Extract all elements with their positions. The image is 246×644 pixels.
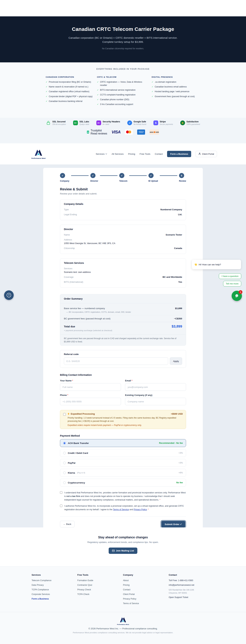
payment-option-crypto[interactable]: Cryptocurrency No fee bbox=[60, 479, 186, 486]
footer-link[interactable]: TCPA Compliance bbox=[32, 588, 77, 591]
badge-trustpilot[interactable]: ★ TrustpilotRead reviews bbox=[87, 129, 107, 135]
footer-link[interactable]: Formation Guide bbox=[77, 579, 123, 582]
feature-item: ✓CCTS complaint-handling registration bbox=[97, 93, 152, 96]
feature-item: ✓Government fees (passed through at cost… bbox=[152, 95, 200, 98]
nav-link-services[interactable]: Services bbox=[96, 153, 107, 155]
feature-item: ✓CRTC registration — Voice, Data & Wirel… bbox=[97, 80, 152, 87]
expedited-checkbox[interactable] bbox=[63, 413, 66, 416]
check-icon: ✓ bbox=[46, 90, 48, 93]
payment-fee: +3% bbox=[179, 462, 183, 464]
required-asterisk: * bbox=[160, 499, 160, 501]
feature-item: ✓Canadian business email address bbox=[152, 85, 200, 88]
footer-link[interactable]: Contact bbox=[123, 588, 169, 591]
feature-list: ✓CRTC registration — Voice, Data & Wirel… bbox=[97, 80, 152, 106]
total-due-row: Total due$3,899 bbox=[64, 322, 182, 329]
gov-fees-row: BC government fees (passed through at co… bbox=[64, 315, 182, 322]
help-floating-button[interactable]: ? bbox=[4, 290, 14, 300]
back-button[interactable]: ← Back bbox=[60, 521, 74, 528]
terms-of-service-link[interactable]: Terms of Service bbox=[113, 508, 129, 511]
name-input[interactable] bbox=[60, 383, 121, 391]
nav-link-all-services[interactable]: All Services bbox=[111, 153, 124, 155]
step-id-upload[interactable]: ✓ID Upload bbox=[149, 173, 158, 182]
nav-link-free-tools[interactable]: Free Tools bbox=[140, 153, 150, 155]
feature-column-title: CANADIAN CORPORATION bbox=[46, 76, 97, 78]
join-mailing-list-button[interactable]: Join Mailing List bbox=[109, 548, 138, 554]
existing-company-input[interactable] bbox=[125, 398, 186, 405]
payment-option-klarna[interactable]: Klarna (Pay in 4) +6% bbox=[60, 469, 186, 477]
payment-option-ach[interactable]: ACH Bank Transfer Recommended - No fee bbox=[60, 439, 186, 447]
actions-divider bbox=[60, 516, 186, 517]
footer-link[interactable]: Data Privacy bbox=[32, 584, 77, 586]
payment-fee: +3% bbox=[179, 452, 183, 454]
step-connector bbox=[71, 175, 89, 176]
chat-floating-button[interactable]: 1 bbox=[232, 291, 242, 301]
footer-link[interactable]: Contractor Quiz bbox=[77, 584, 123, 586]
footer-link-form-a-business[interactable]: Form a Business bbox=[32, 598, 77, 600]
payment-option-paypal[interactable]: PayPal +3% bbox=[60, 459, 186, 467]
footer-email[interactable]: info@performancewest.net bbox=[169, 584, 215, 586]
chat-bubble-icon bbox=[234, 293, 239, 298]
feature-column-title: CRTC & TELECOM bbox=[97, 76, 152, 78]
card-title: Director bbox=[64, 228, 182, 230]
radio-icon bbox=[63, 472, 66, 474]
feature-item: ✓Name search & reservation (if named co.… bbox=[46, 85, 97, 88]
step-director[interactable]: ✓Director bbox=[90, 173, 98, 182]
mountain-logo-icon bbox=[34, 149, 43, 156]
step-connector bbox=[129, 175, 147, 176]
footer-link[interactable]: Corporate Services bbox=[32, 593, 77, 596]
footer-link[interactable]: Pricing bbox=[123, 584, 169, 586]
footer: Services Telecom ComplianceData PrivacyT… bbox=[0, 566, 246, 644]
page-title: Canadian CRTC Telecom Carrier Package bbox=[0, 26, 246, 32]
chat-option-tell-me-more[interactable]: Tell me more bbox=[223, 281, 241, 286]
footer-column-services: Services Telecom ComplianceData PrivacyT… bbox=[32, 574, 77, 607]
trustpilot-star-icon: ★ bbox=[87, 131, 89, 134]
payment-option-card[interactable]: Credit / Debit Card +3% bbox=[60, 449, 186, 457]
feature-item: ✓Canadian phone number (DID) bbox=[97, 98, 152, 101]
ack2-checkbox[interactable] bbox=[60, 504, 62, 507]
footer-link[interactable]: TCPA Check bbox=[77, 593, 123, 596]
step-telecom[interactable]: ✓Telecom bbox=[119, 173, 128, 182]
nav-link-contact[interactable]: Contact bbox=[155, 153, 163, 155]
email-input[interactable] bbox=[125, 383, 186, 391]
step-review[interactable]: 5Review bbox=[179, 173, 186, 182]
base-fee-row: Base service fee — numbered company$3,89… bbox=[64, 305, 182, 311]
step-check-icon: ✓ bbox=[119, 173, 124, 178]
main-navigation: Performance West Services All Services P… bbox=[0, 143, 246, 164]
ack1-checkbox[interactable] bbox=[60, 491, 62, 494]
submit-order-button[interactable]: Submit Order ✓ bbox=[161, 521, 185, 528]
client-portal-button[interactable]: Client Portal bbox=[196, 151, 217, 157]
nav-link-pricing[interactable]: Pricing bbox=[128, 153, 135, 155]
order-summary-footnote: BC government fees are passed through at… bbox=[60, 334, 186, 346]
feature-column-title: DIGITAL PRESENCE bbox=[152, 76, 200, 78]
brand-logo[interactable]: Performance West bbox=[29, 149, 48, 159]
footer-link[interactable]: Client Portal bbox=[123, 593, 169, 596]
footer-link[interactable]: Privacy Check bbox=[77, 588, 123, 591]
check-icon: ✓ bbox=[46, 100, 48, 103]
payment-sub-label: (Pay in 4) bbox=[77, 472, 85, 474]
footer-link[interactable]: Privacy Policy bbox=[123, 598, 169, 600]
form-a-business-button[interactable]: Form a Business bbox=[167, 151, 191, 157]
phone-input[interactable] bbox=[60, 398, 121, 405]
lock-icon bbox=[46, 120, 51, 125]
a-plus-icon: A+ bbox=[73, 120, 78, 125]
footer-link[interactable]: Telecom Compliance bbox=[32, 579, 77, 582]
apply-button[interactable]: Apply bbox=[170, 357, 182, 365]
referral-code-input[interactable] bbox=[64, 357, 168, 365]
footer-link[interactable]: Terms of Service bbox=[123, 602, 169, 605]
expedited-price: +$500 USD bbox=[171, 412, 183, 415]
footer-link[interactable]: About bbox=[123, 579, 169, 582]
check-icon: ✓ bbox=[97, 88, 99, 92]
check-icon: ✓ bbox=[97, 103, 99, 106]
check-icon: ✓ bbox=[46, 85, 48, 88]
feature-list: ✓.ca domain registration✓Canadian busine… bbox=[152, 80, 200, 98]
open-support-ticket-link[interactable]: Open Support Ticket bbox=[169, 596, 215, 598]
feature-column-corporation: CANADIAN CORPORATION ✓Provincial incorpo… bbox=[46, 76, 97, 108]
privacy-policy-link[interactable]: Privacy Policy bbox=[134, 508, 147, 511]
referral-code-card: Referral code Apply bbox=[60, 350, 186, 368]
detail-row: CitizenshipCanada bbox=[64, 246, 182, 251]
chat-option-question[interactable]: I have a question bbox=[219, 273, 241, 279]
step-connector bbox=[100, 175, 117, 176]
stripe-icon: S bbox=[153, 120, 158, 125]
detail-row: NameScenario Tester bbox=[64, 232, 182, 237]
step-company[interactable]: ✓Company bbox=[60, 173, 69, 182]
